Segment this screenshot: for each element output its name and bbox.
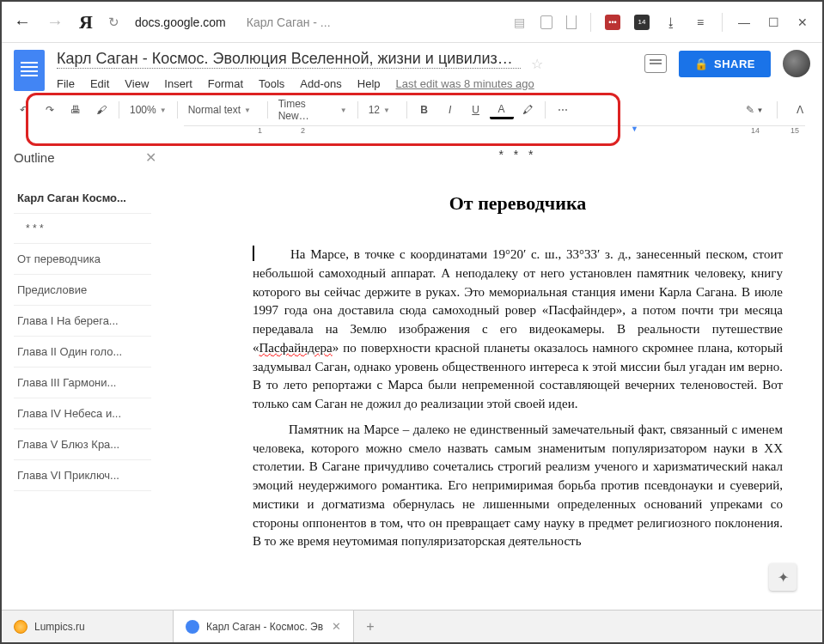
reader-icon[interactable]: ▤ [511, 15, 527, 30]
explore-icon: ✦ [778, 569, 789, 586]
browser-toolbar: ← → Я ↻ docs.google.com Карл Саган - ...… [2, 2, 822, 43]
menu-view[interactable]: View [125, 77, 149, 90]
editing-mode-button[interactable]: ✎▼ [742, 98, 766, 122]
forward-button[interactable]: → [46, 12, 64, 32]
share-button[interactable]: 🔒 SHARE [679, 51, 771, 77]
outline-item[interactable]: * * * [14, 214, 151, 244]
close-outline-icon[interactable]: ✕ [145, 149, 156, 166]
lastpass-extension-icon[interactable]: ••• [605, 15, 620, 30]
ublock-extension-icon[interactable]: 14 [634, 15, 650, 30]
horizontal-ruler[interactable]: 1 2 ▼ 14 15 [184, 125, 805, 139]
highlight-button[interactable]: 🖍 [516, 98, 540, 122]
text-color-button[interactable]: A [490, 100, 514, 119]
outline-panel: Outline ✕ Карл Саган Космо...* * *От пер… [2, 139, 174, 603]
formatting-toolbar: ↶ ↷ 🖶 🖌 100%▼ Normal text▼ Times New…▼ 1… [2, 94, 822, 125]
outline-item[interactable]: Глава III Гармони... [14, 368, 151, 398]
hide-menus-button[interactable]: ᐱ [788, 98, 812, 122]
undo-button[interactable]: ↶ [12, 98, 36, 122]
menu-icon[interactable]: ≡ [693, 15, 708, 30]
url-host[interactable]: docs.google.com [135, 15, 226, 29]
outline-item[interactable]: Глава I На берега... [14, 306, 151, 337]
downloads-icon[interactable]: ⭳ [663, 15, 679, 30]
new-tab-button[interactable]: + [354, 611, 387, 642]
text-cursor [253, 246, 254, 261]
window-minimize[interactable]: — [736, 15, 752, 30]
paragraph-2: Памятник на Марсе – далеко не единственн… [253, 421, 783, 551]
outline-item[interactable]: Глава II Один голо... [14, 337, 151, 368]
style-select[interactable]: Normal text▼ [183, 98, 262, 122]
paragraph-1: На Марсе, в точке с координатами 19°20′ … [253, 246, 783, 414]
redo-button[interactable]: ↷ [38, 98, 62, 122]
menu-addons[interactable]: Add-ons [300, 77, 341, 90]
protect-icon[interactable] [540, 15, 552, 29]
yandex-logo[interactable]: Я [79, 11, 93, 33]
browser-tab-docs[interactable]: Карл Саган - Космос. Эв ✕ [174, 611, 354, 642]
outline-item[interactable]: Карл Саган Космо... [14, 183, 151, 214]
menu-insert[interactable]: Insert [164, 77, 192, 90]
back-button[interactable]: ← [14, 12, 31, 32]
font-size-select[interactable]: 12▼ [363, 98, 401, 122]
explore-button[interactable]: ✦ [769, 563, 797, 591]
underline-button[interactable]: U [464, 98, 488, 122]
menu-help[interactable]: Help [357, 77, 381, 90]
outline-item[interactable]: Глава VI Приключ... [14, 460, 151, 491]
menu-tools[interactable]: Tools [259, 77, 284, 90]
outline-item[interactable]: Глава V Блюз Кра... [14, 429, 151, 460]
separator-text: * * * [253, 148, 783, 161]
print-button[interactable]: 🖶 [64, 98, 88, 122]
google-docs-logo[interactable] [14, 50, 45, 91]
zoom-select[interactable]: 100%▼ [125, 98, 172, 122]
font-select[interactable]: Times New…▼ [273, 98, 352, 122]
outline-item[interactable]: Предисловие [14, 275, 151, 306]
docs-header: Карл Саган - Космос. Эволюция Вселенной,… [2, 43, 822, 91]
more-button[interactable]: ⋯ [551, 98, 575, 122]
bold-button[interactable]: B [412, 98, 436, 122]
outline-item[interactable]: Глава IV Небеса и... [14, 398, 151, 429]
outline-title: Outline [14, 150, 55, 165]
account-avatar[interactable] [783, 50, 810, 77]
reload-button[interactable]: ↻ [108, 15, 119, 30]
tab-close-icon[interactable]: ✕ [332, 620, 341, 633]
document-heading: От переводчика [253, 192, 783, 215]
window-close[interactable]: ✕ [795, 15, 810, 30]
url-title: Карл Саган - ... [247, 15, 331, 29]
browser-tab-lumpics[interactable]: Lumpics.ru [2, 611, 174, 642]
document-page[interactable]: * * * От переводчика На Марсе, в точке с… [174, 139, 822, 603]
italic-button[interactable]: I [438, 98, 462, 122]
document-title[interactable]: Карл Саган - Космос. Эволюция Вселенной,… [57, 50, 521, 69]
browser-tabs-bar: Lumpics.ru Карл Саган - Космос. Эв ✕ + [2, 610, 822, 642]
outline-item[interactable]: От переводчика [14, 244, 151, 275]
star-icon[interactable]: ☆ [531, 57, 543, 71]
menu-file[interactable]: File [57, 77, 75, 90]
comments-icon[interactable] [644, 54, 667, 73]
menu-format[interactable]: Format [208, 77, 243, 90]
menu-bar: File Edit View Insert Format Tools Add-o… [57, 77, 634, 90]
menu-edit[interactable]: Edit [90, 77, 109, 90]
lumpics-favicon [14, 620, 27, 634]
bookmark-icon[interactable] [566, 15, 577, 29]
lock-icon: 🔒 [694, 58, 709, 70]
window-maximize[interactable]: ☐ [766, 15, 781, 30]
docs-favicon [186, 620, 199, 634]
last-edit-link[interactable]: Last edit was 8 minutes ago [396, 77, 534, 90]
paint-format-button[interactable]: 🖌 [89, 98, 113, 122]
